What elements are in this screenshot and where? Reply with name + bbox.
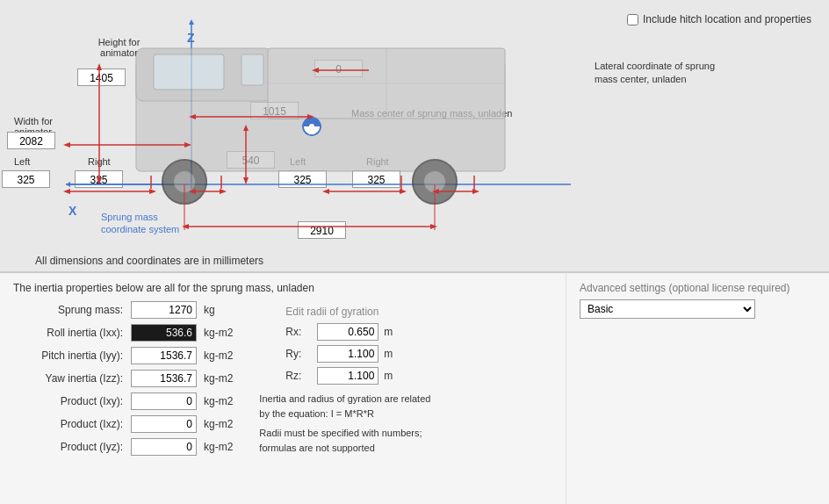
diagram-svg (0, 0, 580, 246)
coord-system-label: Sprung mass coordinate system (101, 211, 179, 236)
wheelbase-input[interactable]: 2910 (298, 221, 346, 239)
width-animator-input[interactable]: 2082 (7, 132, 55, 149)
main-container: Include hitch location and properties Z … (0, 0, 829, 504)
roll-inertia-label: Roll inertia (Ixx): (13, 327, 127, 339)
sprung-mass-label: Sprung mass: (13, 304, 127, 316)
cg-z-input[interactable]: 540 (227, 151, 275, 169)
sprung-mass-input[interactable] (131, 301, 197, 319)
inertia-note: Inertia and radius of gyration are relat… (259, 392, 430, 421)
product-ixy-row: Product (Ixy): kg-m2 (13, 392, 233, 410)
section-title: The inertia properties below are all for… (13, 282, 552, 294)
product-ixy-unit: kg-m2 (204, 395, 233, 407)
svg-marker-3 (66, 182, 70, 187)
height-animator-label: Height foranimator (95, 37, 143, 58)
left-front-input[interactable]: 325 (2, 170, 50, 188)
ry-input[interactable] (317, 345, 378, 363)
radii-note: Radii must be specified with numbers; fo… (259, 426, 430, 455)
svg-marker-30 (243, 177, 249, 184)
mass-center-label: Mass center of sprung mass, unladen (351, 108, 512, 119)
pitch-inertia-input[interactable] (131, 347, 197, 364)
right-rear-label: Right (366, 156, 389, 167)
gyration-section: Edit radii of gyration Rx: m Ry: m (259, 306, 430, 461)
inertia-inputs-col: Sprung mass: kg Roll inertia (Ixx): kg-m… (13, 301, 233, 461)
svg-marker-27 (307, 114, 314, 119)
product-iyz-row: Product (Iyz): kg-m2 (13, 438, 233, 456)
dim-note: All dimensions and coordinates are in mi… (35, 255, 263, 267)
product-ixz-label: Product (Ixz): (13, 418, 127, 430)
svg-marker-38 (220, 189, 227, 194)
product-ixy-label: Product (Ixy): (13, 395, 127, 407)
svg-marker-24 (184, 142, 191, 148)
properties-area: The inertia properties below are all for… (0, 272, 829, 504)
hitch-checkbox[interactable] (627, 14, 638, 25)
yaw-inertia-unit: kg-m2 (204, 372, 233, 385)
rz-unit: m (384, 370, 393, 382)
rz-input[interactable] (317, 367, 378, 385)
yaw-inertia-row: Yaw inertia (Izz): kg-m2 (13, 370, 233, 387)
product-ixz-input[interactable] (131, 415, 197, 433)
rz-row: Rz: m (285, 367, 430, 385)
right-properties: Advanced settings (optional license requ… (566, 273, 829, 504)
ry-label: Ry: (285, 348, 312, 360)
right-front-label: Right (88, 156, 111, 167)
axis-x-label: X (68, 204, 76, 218)
hitch-label: Include hitch location and properties (643, 13, 811, 25)
svg-marker-4 (189, 19, 194, 25)
svg-marker-42 (400, 189, 407, 194)
svg-marker-26 (189, 114, 196, 119)
roll-inertia-row: Roll inertia (Ixx): kg-m2 (13, 324, 233, 342)
ry-unit: m (384, 348, 393, 360)
cg-x-input[interactable]: 1015 (250, 102, 299, 119)
svg-marker-23 (63, 142, 70, 148)
left-rear-label: Left (290, 156, 306, 167)
lateral-coord-label: Lateral coordinate of sprung mass center… (595, 60, 715, 87)
sprung-mass-unit: kg (204, 304, 215, 316)
left-properties: The inertia properties below are all for… (0, 273, 566, 504)
svg-marker-29 (243, 125, 249, 131)
svg-point-17 (303, 118, 321, 135)
roll-inertia-unit: kg-m2 (204, 327, 233, 339)
svg-point-10 (162, 160, 206, 204)
sprung-mass-row: Sprung mass: kg (13, 301, 233, 319)
svg-rect-8 (241, 54, 263, 85)
basic-dropdown: Basic (580, 299, 816, 319)
svg-rect-6 (136, 48, 272, 101)
roll-inertia-input[interactable] (131, 324, 197, 342)
svg-marker-45 (432, 189, 439, 194)
yaw-inertia-label: Yaw inertia (Izz): (13, 372, 127, 385)
pitch-inertia-unit: kg-m2 (204, 349, 233, 362)
svg-point-11 (174, 171, 195, 192)
svg-point-16 (303, 118, 321, 135)
svg-marker-46 (472, 189, 479, 194)
height-animator-input[interactable]: 1405 (77, 68, 126, 86)
left-front-label: Left (14, 156, 30, 167)
svg-marker-49 (430, 224, 437, 229)
product-ixy-input[interactable] (131, 392, 197, 410)
pitch-inertia-label: Pitch inertia (Iyy): (13, 349, 127, 362)
lateral-coord-input[interactable]: 0 (314, 60, 363, 77)
svg-marker-33 (63, 189, 70, 194)
left-rear-input[interactable]: 325 (278, 170, 327, 188)
product-iyz-unit: kg-m2 (204, 441, 233, 453)
ry-row: Ry: m (285, 345, 430, 363)
product-ixz-unit: kg-m2 (204, 418, 233, 430)
basic-select[interactable]: Basic (580, 299, 755, 319)
rx-unit: m (384, 326, 393, 338)
svg-marker-37 (189, 189, 196, 194)
rz-label: Rz: (285, 370, 312, 382)
product-iyz-input[interactable] (131, 438, 197, 456)
pitch-inertia-row: Pitch inertia (Iyy): kg-m2 (13, 347, 233, 364)
right-rear-input[interactable]: 325 (352, 170, 400, 188)
product-ixz-row: Product (Ixz): kg-m2 (13, 415, 233, 433)
yaw-inertia-input[interactable] (131, 370, 197, 387)
svg-point-18 (309, 124, 314, 129)
product-iyz-label: Product (Iyz): (13, 441, 127, 453)
rx-label: Rx: (285, 326, 312, 338)
axis-z-label: Z (187, 31, 195, 45)
svg-point-13 (424, 171, 445, 192)
rx-input[interactable] (317, 323, 378, 341)
svg-marker-48 (182, 224, 189, 229)
svg-rect-7 (154, 54, 224, 90)
right-front-input[interactable]: 325 (75, 170, 123, 188)
advanced-label: Advanced settings (optional license requ… (580, 282, 816, 294)
